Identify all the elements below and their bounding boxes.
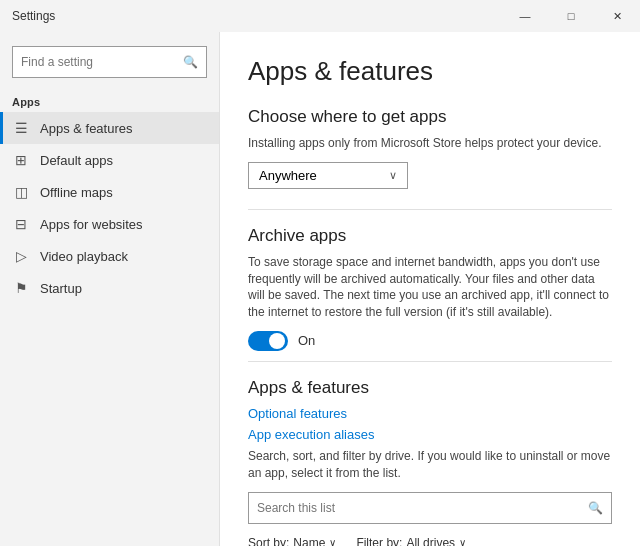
sidebar-item-offline-maps[interactable]: ◫ Offline maps xyxy=(0,176,219,208)
title-bar: Settings — □ ✕ xyxy=(0,0,640,32)
sidebar-section-apps: Apps xyxy=(0,90,219,112)
apps-features-section-title: Apps & features xyxy=(248,378,612,398)
apps-features-icon: ☰ xyxy=(12,120,30,136)
minimize-button[interactable]: — xyxy=(502,0,548,32)
sidebar-item-video-playback[interactable]: ▷ Video playback xyxy=(0,240,219,272)
sidebar-item-default-apps[interactable]: ⊞ Default apps xyxy=(0,144,219,176)
get-apps-dropdown[interactable]: Anywhere ∨ xyxy=(248,162,408,189)
sort-by-control[interactable]: Sort by: Name ∨ xyxy=(248,536,336,546)
sort-label: Sort by: xyxy=(248,536,289,546)
window-title: Settings xyxy=(12,9,55,23)
sidebar-item-startup[interactable]: ⚑ Startup xyxy=(0,272,219,304)
filter-value: All drives xyxy=(406,536,455,546)
page-title: Apps & features xyxy=(248,56,612,87)
filter-by-control[interactable]: Filter by: All drives ∨ xyxy=(356,536,466,546)
optional-features-link[interactable]: Optional features xyxy=(248,406,612,421)
startup-icon: ⚑ xyxy=(12,280,30,296)
sidebar: 🔍 Apps ☰ Apps & features ⊞ Default apps … xyxy=(0,32,220,546)
divider-2 xyxy=(248,361,612,362)
default-apps-icon: ⊞ xyxy=(12,152,30,168)
sort-chevron-icon: ∨ xyxy=(329,537,336,546)
sort-filter-row: Sort by: Name ∨ Filter by: All drives ∨ xyxy=(248,536,612,546)
sidebar-search-box[interactable]: 🔍 xyxy=(12,46,207,78)
archive-section-desc: To save storage space and internet bandw… xyxy=(248,254,612,321)
archive-toggle-row: On xyxy=(248,331,612,351)
toggle-knob xyxy=(269,333,285,349)
divider-1 xyxy=(248,209,612,210)
dropdown-value: Anywhere xyxy=(259,168,317,183)
chevron-down-icon: ∨ xyxy=(389,169,397,182)
video-playback-icon: ▷ xyxy=(12,248,30,264)
app-search-bar[interactable]: 🔍 xyxy=(248,492,612,524)
sidebar-item-label: Apps & features xyxy=(40,121,133,136)
toggle-label: On xyxy=(298,333,315,348)
filter-label: Filter by: xyxy=(356,536,402,546)
main-content: Apps & features Choose where to get apps… xyxy=(220,32,640,546)
offline-maps-icon: ◫ xyxy=(12,184,30,200)
sidebar-item-label: Offline maps xyxy=(40,185,113,200)
sidebar-item-apps-features[interactable]: ☰ Apps & features xyxy=(0,112,219,144)
window-controls: — □ ✕ xyxy=(502,0,640,32)
maximize-button[interactable]: □ xyxy=(548,0,594,32)
sidebar-item-apps-for-websites[interactable]: ⊟ Apps for websites xyxy=(0,208,219,240)
apps-for-websites-icon: ⊟ xyxy=(12,216,30,232)
sidebar-item-label: Video playback xyxy=(40,249,128,264)
app-execution-aliases-link[interactable]: App execution aliases xyxy=(248,427,612,442)
filter-chevron-icon: ∨ xyxy=(459,537,466,546)
search-sort-desc: Search, sort, and filter by drive. If yo… xyxy=(248,448,612,482)
sidebar-item-label: Startup xyxy=(40,281,82,296)
sort-value: Name xyxy=(293,536,325,546)
sidebar-search-input[interactable] xyxy=(21,55,183,69)
choose-section-title: Choose where to get apps xyxy=(248,107,612,127)
search-icon: 🔍 xyxy=(588,501,603,515)
sidebar-item-label: Default apps xyxy=(40,153,113,168)
archive-section-title: Archive apps xyxy=(248,226,612,246)
close-button[interactable]: ✕ xyxy=(594,0,640,32)
sidebar-item-label: Apps for websites xyxy=(40,217,143,232)
sidebar-search-icon: 🔍 xyxy=(183,55,198,69)
app-search-input[interactable] xyxy=(257,501,588,515)
archive-toggle[interactable] xyxy=(248,331,288,351)
choose-section-desc: Installing apps only from Microsoft Stor… xyxy=(248,135,612,152)
